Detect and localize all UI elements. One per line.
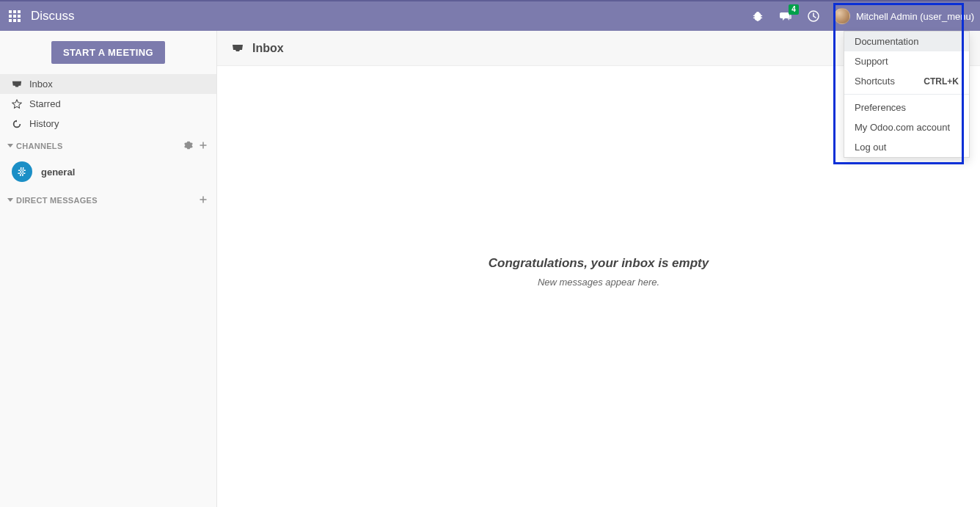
svg-rect-3: [9, 15, 12, 18]
svg-rect-1: [13, 10, 16, 13]
svg-rect-2: [18, 10, 21, 13]
avatar: [834, 8, 850, 24]
navbar-left: Discuss: [9, 9, 75, 23]
menu-item-shortcuts[interactable]: Shortcuts CTRL+K: [844, 71, 969, 91]
inbox-icon: [232, 43, 244, 54]
user-dropdown: Documentation Support Shortcuts CTRL+K P…: [844, 31, 970, 158]
bug-icon[interactable]: [750, 9, 765, 23]
menu-item-label: Preferences: [855, 102, 906, 113]
history-icon: [12, 119, 22, 129]
navbar: Discuss 4 Mitchell Admin (user_menu): [0, 0, 980, 31]
channel-name: general: [41, 167, 75, 178]
messages-badge: 4: [789, 4, 799, 15]
dm-toggle[interactable]: DIRECT MESSAGES: [7, 196, 98, 205]
sidebar-item-history[interactable]: History: [0, 114, 216, 134]
user-name: Mitchell Admin (user_menu): [856, 11, 974, 22]
svg-rect-0: [9, 10, 12, 13]
sidebar-item-label: Inbox: [29, 79, 53, 90]
svg-rect-8: [18, 19, 21, 22]
app-title[interactable]: Discuss: [31, 9, 75, 23]
menu-item-label: Shortcuts: [855, 76, 895, 87]
hash-icon: [12, 161, 32, 182]
menu-item-odoo-account[interactable]: My Odoo.com account: [844, 117, 969, 137]
messages-icon[interactable]: 4: [778, 9, 793, 23]
inbox-icon: [12, 79, 22, 90]
menu-item-documentation[interactable]: Documentation: [844, 32, 969, 51]
menu-item-support[interactable]: Support: [844, 51, 969, 71]
sidebar-top: START A MEETING: [0, 31, 216, 74]
dm-header: DIRECT MESSAGES: [0, 188, 216, 210]
svg-rect-7: [13, 19, 16, 22]
plus-icon[interactable]: [199, 195, 208, 205]
menu-item-logout[interactable]: Log out: [844, 137, 969, 157]
menu-item-preferences[interactable]: Preferences: [844, 98, 969, 117]
star-icon: [12, 99, 22, 109]
plus-icon[interactable]: [199, 141, 208, 151]
gear-icon[interactable]: [184, 141, 193, 151]
sidebar-item-label: Starred: [29, 98, 61, 109]
section-header-label: CHANNELS: [16, 142, 63, 150]
channel-general[interactable]: general: [0, 156, 216, 188]
menu-item-label: Documentation: [855, 36, 918, 47]
svg-rect-5: [18, 15, 21, 18]
sidebar-item-inbox[interactable]: Inbox: [0, 74, 216, 94]
menu-item-label: Support: [855, 56, 888, 67]
sidebar-item-label: History: [29, 118, 59, 129]
channels-header: CHANNELS: [0, 134, 216, 156]
start-meeting-button[interactable]: START A MEETING: [51, 41, 165, 64]
menu-item-label: Log out: [855, 142, 886, 153]
body-area: START A MEETING Inbox Starred History: [0, 31, 980, 507]
chevron-down-icon: [7, 198, 13, 202]
channels-actions: [184, 141, 208, 151]
sidebar-item-starred[interactable]: Starred: [0, 94, 216, 114]
section-header-label: DIRECT MESSAGES: [16, 196, 98, 205]
divider: [844, 94, 969, 95]
empty-title: Congratulations, your inbox is empty: [489, 256, 709, 271]
sidebar: START A MEETING Inbox Starred History: [0, 31, 217, 507]
svg-rect-6: [9, 19, 12, 22]
apps-icon[interactable]: [9, 10, 21, 22]
user-menu-toggle[interactable]: Mitchell Admin (user_menu): [834, 8, 974, 24]
mailbox-list: Inbox Starred History: [0, 74, 216, 134]
empty-subtitle: New messages appear here.: [538, 277, 659, 288]
menu-item-label: My Odoo.com account: [855, 122, 950, 133]
page-title: Inbox: [252, 42, 284, 55]
chevron-down-icon: [7, 144, 13, 147]
svg-rect-4: [13, 15, 16, 18]
shortcut-hint: CTRL+K: [924, 76, 959, 87]
activity-clock-icon[interactable]: [806, 9, 821, 23]
navbar-right: 4 Mitchell Admin (user_menu): [750, 8, 974, 24]
channels-toggle[interactable]: CHANNELS: [7, 142, 63, 150]
dm-actions: [199, 195, 208, 205]
